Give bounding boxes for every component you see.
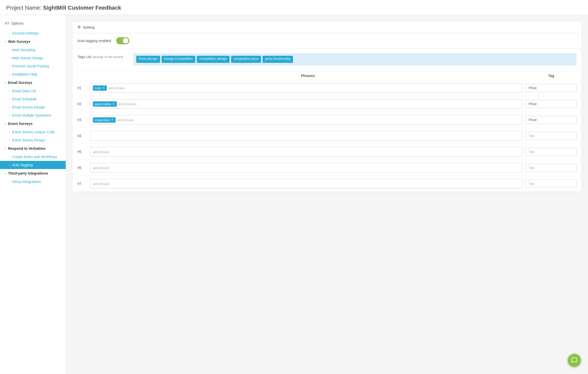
sidebar-item-label: Installation Help [12,72,38,76]
sidebar-item-web-sampling[interactable]: › Web Sampling [0,46,66,54]
phrase-row: #2good value✕add phrases [77,96,577,112]
sidebar-item-label: Web Survey Design [12,56,43,60]
chat-bubble[interactable] [568,354,581,367]
options-header: 🏷 Options [0,19,66,29]
sidebar-item-auto-tagging[interactable]: › Auto Tagging [0,161,66,169]
phrase-row: #4 [77,128,577,144]
group-label: Respond to Verbatims [8,146,46,151]
phrase-row-number: #3 [77,118,87,122]
project-label: Project Name: [6,5,41,11]
sidebar-group-event-surveys[interactable]: › Event Surveys [0,119,66,128]
sidebar-item-setup-integrations[interactable]: › Setup Integrations [0,178,66,186]
sidebar-item-label: General Settings [12,31,39,35]
tag-input[interactable] [526,132,577,140]
phrase-input-wrap[interactable]: add phrase [90,147,523,157]
chevron-icon: › [9,89,10,92]
phrases-section: Phrases Tag #1cost✕add phrase#2good valu… [72,70,582,192]
phrase-row: #6add phrase [77,160,577,176]
phrase-input-wrap[interactable]: good value✕add phrases [90,99,523,109]
tags-list-sublabel: (already on the record) [92,55,123,59]
sidebar-item-general-settings[interactable]: › General Settings [0,29,66,37]
chevron-icon: › [9,155,10,158]
auto-tag-row: Auto-tagging enabled [72,33,582,49]
chat-icon [571,357,578,364]
sidebar-group-third-party[interactable]: › Third-party Integrations [0,169,66,178]
sidebar-item-installation-help[interactable]: › Installation Help [0,70,66,78]
sidebar-group-respond-verbatims[interactable]: › Respond to Verbatims [0,144,66,153]
sidebar-item-email-survey-design[interactable]: › Email Survey Design [0,103,66,111]
tag-input[interactable] [526,116,577,124]
tag-input[interactable] [526,180,577,188]
auto-tag-toggle[interactable] [116,37,129,44]
phrase-row: #5add phrase [77,144,577,160]
sidebar-item-event-survey-design[interactable]: › Event Survey Design [0,136,66,144]
sidebar-item-event-survey-unique-code[interactable]: › Event Survey Unique Code [0,128,66,136]
phrase-placeholder: add phrase [93,182,109,186]
sidebar-item-label: Email Schedule [12,97,37,101]
chevron-icon: › [5,147,6,150]
chevron-icon: › [9,139,10,142]
sidebar-group-web-surveys[interactable]: › Web Surveys [0,37,66,46]
tag-badge: competition,design [197,56,229,63]
chevron-icon: › [9,65,10,68]
phrase-input-wrap[interactable]: cost✕add phrase [90,83,523,93]
sidebar-item-label: Promote Social Posting [12,64,49,68]
chevron-icon: › [9,163,10,166]
phrase-input-wrap[interactable]: add phrase [90,179,523,189]
sidebar-item-label: Create Rules and Workflows [12,155,57,159]
sidebar-item-create-rules[interactable]: › Create Rules and Workflows [0,153,66,161]
sidebar-item-email-schedule[interactable]: › Email Schedule [0,95,66,103]
phrase-placeholder: add phrase [117,118,134,122]
phrase-placeholder: add phrase [108,86,125,90]
sidebar-item-label: Web Sampling [12,48,35,52]
remove-chip-button[interactable]: ✕ [102,86,105,90]
phrase-row-number: #7 [77,182,87,186]
phrase-input-wrap[interactable] [90,131,523,141]
toggle-thumb [123,38,128,44]
sidebar-item-email-data-list[interactable]: › Email Data List [0,87,66,95]
tag-input[interactable] [526,100,577,108]
group-label: Event Surveys [8,122,33,126]
phrase-input-wrap[interactable]: expensive✕add phrase [90,115,523,125]
gear-icon: ⚙ [77,25,81,29]
sidebar-item-email-multiple-questions[interactable]: › Email Multiple Questions [0,111,66,119]
settings-card: ⚙ Setting Auto-tagging enabled Tags List… [72,21,582,192]
group-label: Third-party Integrations [8,171,48,175]
phrase-row: #7add phrase [77,176,577,192]
tag-badge: Price,Design [136,56,160,63]
tag-badge: Design,Competition [162,56,195,63]
group-label: Web Surveys [8,40,30,44]
sidebar-item-promote-social-posting[interactable]: › Promote Social Posting [0,62,66,70]
sidebar-group-email-surveys[interactable]: › Email Surveys [0,78,66,87]
tags-container: Price,DesignDesign,Competitioncompetitio… [133,53,577,65]
sidebar-item-label: Auto Tagging [12,163,33,167]
sidebar-item-web-survey-design[interactable]: › Web Survey Design [0,54,66,62]
phrase-row-number: #6 [77,166,87,170]
chevron-icon: › [9,106,10,109]
phrases-table-header: Phrases Tag [77,70,577,80]
tag-icon: 🏷 [5,21,9,26]
main-content: ⚙ Setting Auto-tagging enabled Tags List… [66,15,588,374]
remove-chip-button[interactable]: ✕ [112,102,115,106]
chevron-icon: › [5,172,6,175]
settings-card-header: ⚙ Setting [72,21,582,33]
sidebar-item-label: Setup Integrations [12,180,41,184]
tag-badge: price,functionality [263,56,293,63]
phrase-row: #1cost✕add phrase [77,80,577,96]
sidebar: 🏷 Options › General Settings › Web Surve… [0,15,66,374]
sidebar-item-label: Email Multiple Questions [12,113,51,117]
chevron-icon: › [9,130,10,134]
remove-chip-button[interactable]: ✕ [111,118,114,122]
tag-input[interactable] [526,84,577,92]
tag-input[interactable] [526,164,577,172]
num-col-header [77,74,90,78]
project-name: SightMill Customer Feedback [43,5,121,11]
settings-header-label: Setting [83,25,95,29]
tag-input[interactable] [526,148,577,156]
tag-col-header: Tag [526,74,577,78]
phrase-rows-container: #1cost✕add phrase#2good value✕add phrase… [77,80,577,192]
phrase-input-wrap[interactable]: add phrase [90,163,523,173]
phrase-placeholder: add phrases [118,102,137,106]
chevron-icon: › [5,122,6,125]
auto-tag-label: Auto-tagging enabled [77,39,111,43]
